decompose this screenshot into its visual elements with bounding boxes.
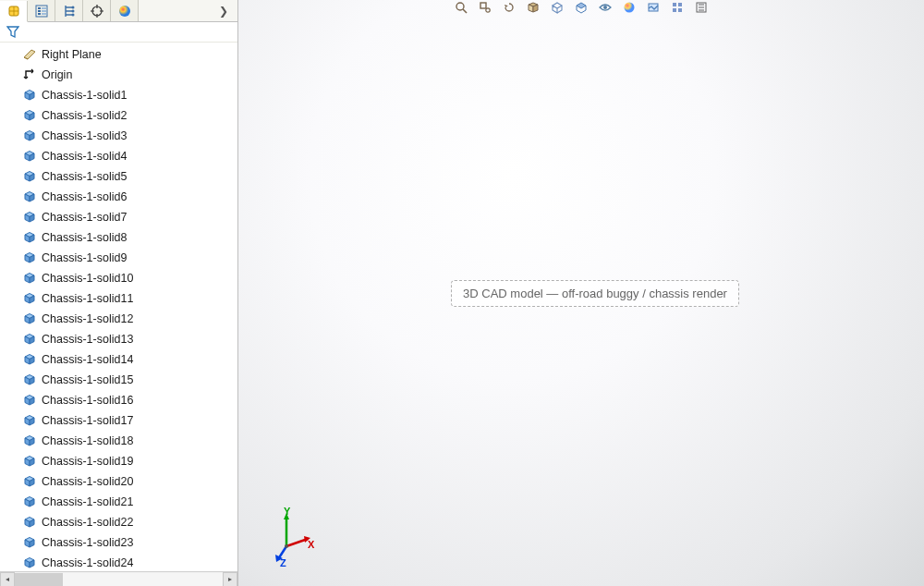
tree-item[interactable]: Chassis-1-solid5: [18, 166, 237, 187]
tree-item[interactable]: Origin: [18, 65, 237, 85]
zoom-area-icon[interactable]: [478, 1, 492, 14]
svg-rect-20: [678, 3, 682, 6]
tree-item-label: Chassis-1-solid2: [42, 105, 127, 126]
tree-item[interactable]: Chassis-1-solid20: [18, 471, 237, 492]
apply-scene-icon[interactable]: [646, 1, 661, 14]
solid-icon: [22, 169, 37, 184]
svg-rect-4: [38, 13, 41, 15]
solid-icon: [22, 189, 37, 204]
view-orientation-icon[interactable]: [550, 1, 565, 14]
svg-point-8: [71, 6, 74, 8]
tree-item[interactable]: Chassis-1-solid6: [18, 187, 237, 207]
tree-item[interactable]: Chassis-1-solid12: [18, 309, 237, 329]
tree-item[interactable]: Right Plane: [18, 44, 237, 65]
svg-rect-19: [673, 3, 676, 6]
prev-view-icon[interactable]: [502, 1, 517, 14]
tree-item[interactable]: Chassis-1-solid14: [18, 349, 237, 370]
tree-item[interactable]: Chassis-1-solid2: [18, 105, 237, 126]
tree-item[interactable]: Chassis-1-solid16: [18, 390, 237, 410]
panel-tab-row: ❯: [0, 0, 237, 22]
tree-item[interactable]: Chassis-1-solid21: [18, 492, 237, 512]
solid-icon: [22, 210, 37, 225]
tree-item-label: Chassis-1-solid22: [42, 512, 133, 532]
solid-icon: [22, 230, 37, 245]
svg-point-16: [603, 6, 607, 9]
tree-filter-row[interactable]: [0, 22, 237, 43]
tree-item-label: Chassis-1-solid1: [42, 85, 127, 105]
solid-icon: [22, 352, 37, 367]
tree-item-label: Chassis-1-solid5: [42, 166, 127, 187]
svg-rect-22: [678, 8, 682, 12]
axis-z-label: Z: [280, 557, 286, 568]
svg-rect-14: [480, 3, 486, 8]
tree-item[interactable]: Chassis-1-solid24: [18, 553, 237, 571]
tree-item[interactable]: Chassis-1-solid15: [18, 370, 237, 390]
solid-icon: [22, 535, 37, 550]
feature-tree[interactable]: Right PlaneOriginChassis-1-solid1Chassis…: [0, 43, 237, 571]
tree-item[interactable]: Chassis-1-solid11: [18, 288, 237, 309]
svg-point-13: [456, 3, 464, 10]
svg-point-9: [71, 9, 74, 12]
edit-appearance-icon[interactable]: [622, 1, 637, 14]
tab-property-manager[interactable]: [28, 0, 55, 21]
svg-point-10: [71, 13, 74, 16]
tree-item[interactable]: Chassis-1-solid19: [18, 451, 237, 471]
tree-item[interactable]: Chassis-1-solid18: [18, 431, 237, 451]
filter-funnel-icon: [6, 25, 20, 40]
scroll-thumb[interactable]: [15, 573, 63, 586]
tree-item-label: Chassis-1-solid23: [42, 532, 133, 553]
graphics-viewport[interactable]: 3D CAD model — off-road buggy / chassis …: [238, 0, 924, 586]
tree-item[interactable]: Chassis-1-solid3: [18, 126, 237, 146]
svg-rect-5: [42, 7, 46, 9]
plane-icon: [22, 47, 37, 62]
tree-item-label: Origin: [42, 65, 72, 85]
svg-rect-21: [673, 8, 676, 12]
feature-tree-panel: ❯ Right PlaneOriginChassis-1-solid1Chass…: [0, 0, 238, 586]
tree-item[interactable]: Chassis-1-solid9: [18, 248, 237, 268]
orientation-triad[interactable]: Y X Z: [261, 511, 312, 562]
tree-item-label: Chassis-1-solid14: [42, 349, 133, 370]
solid-icon: [22, 291, 37, 306]
tree-item-label: Chassis-1-solid17: [42, 410, 133, 431]
solid-icon: [22, 474, 37, 489]
tree-item[interactable]: Chassis-1-solid1: [18, 85, 237, 105]
scroll-track[interactable]: [15, 573, 223, 586]
property-manager-icon: [34, 4, 49, 18]
tree-item-label: Chassis-1-solid7: [42, 207, 127, 227]
tab-feature-manager[interactable]: [0, 1, 28, 22]
solid-icon: [22, 250, 37, 265]
scroll-left-button[interactable]: ◂: [0, 572, 15, 587]
tree-item-label: Chassis-1-solid18: [42, 431, 133, 451]
svg-point-17: [625, 3, 635, 13]
tree-item[interactable]: Chassis-1-solid22: [18, 512, 237, 532]
svg-rect-7: [42, 13, 46, 15]
chevron-right-icon: ❯: [219, 5, 228, 18]
panel-tabs-expand[interactable]: ❯: [139, 0, 237, 21]
section-view-icon[interactable]: [526, 1, 541, 14]
tree-item[interactable]: Chassis-1-solid13: [18, 329, 237, 349]
crosshair-icon: [90, 4, 104, 18]
solid-icon: [22, 393, 37, 408]
tree-item[interactable]: Chassis-1-solid4: [18, 146, 237, 166]
solid-icon: [22, 372, 37, 387]
tree-item[interactable]: Chassis-1-solid7: [18, 207, 237, 227]
tree-item[interactable]: Chassis-1-solid23: [18, 532, 237, 553]
display-style-icon[interactable]: [574, 1, 589, 14]
render-tools-icon[interactable]: [694, 1, 709, 14]
tree-item[interactable]: Chassis-1-solid17: [18, 410, 237, 431]
origin-icon: [22, 67, 37, 82]
view-setting-icon[interactable]: [670, 1, 685, 14]
hide-show-icon[interactable]: [598, 1, 613, 14]
tab-display-manager[interactable]: [111, 0, 139, 21]
tree-item[interactable]: Chassis-1-solid8: [18, 227, 237, 248]
heads-up-toolbar: [238, 0, 924, 15]
zoom-fit-icon[interactable]: [454, 1, 468, 14]
tree-horizontal-scrollbar[interactable]: ◂ ▸: [0, 571, 237, 586]
scroll-right-button[interactable]: ▸: [223, 572, 237, 587]
tab-configuration-manager[interactable]: [55, 0, 83, 21]
tab-dimxpert[interactable]: [83, 0, 111, 21]
tree-item-label: Chassis-1-solid24: [42, 553, 133, 571]
solid-icon: [22, 149, 37, 164]
tree-item[interactable]: Chassis-1-solid10: [18, 268, 237, 288]
solid-icon: [22, 555, 37, 570]
